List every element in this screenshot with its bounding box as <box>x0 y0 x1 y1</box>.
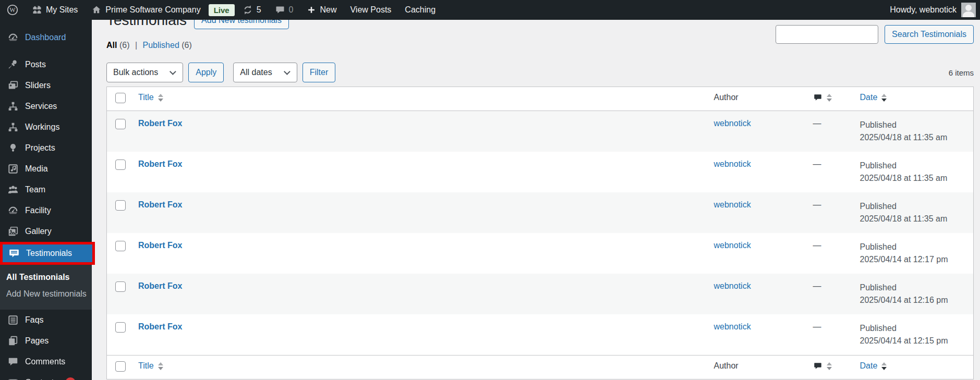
list-icon <box>7 314 19 326</box>
row-status: Published <box>860 322 967 335</box>
account-menu[interactable]: Howdy, webnotick <box>883 0 980 20</box>
sidebar-menu: DashboardPostsSlidersServicesWorkingsPro… <box>0 27 92 380</box>
sidebar-item-label: Testimonials <box>26 249 72 258</box>
row-comments: — <box>813 241 821 250</box>
search-testimonials-button[interactable]: Search Testimonials <box>885 25 974 44</box>
sidebar-item-label: Contact <box>25 378 54 380</box>
sidebar-item-label: Media <box>25 164 48 174</box>
sort-by-title[interactable]: Title <box>138 93 163 102</box>
row-date: 2025/04/18 at 11:35 am <box>860 172 967 185</box>
notification-badge: 1 <box>65 377 76 380</box>
sidebar-item-workings[interactable]: Workings <box>0 117 92 138</box>
sort-by-date[interactable]: Date <box>860 361 887 371</box>
dashboard-gauge-icon <box>7 205 19 216</box>
sort-by-comments[interactable] <box>813 361 832 371</box>
sidebar-item-label: Sliders <box>25 81 51 90</box>
sidebar-item-gallery[interactable]: Gallery <box>0 221 92 242</box>
wordpress-logo[interactable]: W <box>0 0 25 20</box>
multisite-icon <box>32 5 42 15</box>
sidebar-item-projects[interactable]: Projects <box>0 138 92 158</box>
dashboard-gauge-icon <box>7 32 19 43</box>
media-icon <box>7 163 19 175</box>
sidebar-item-label: Services <box>25 102 57 111</box>
sidebar-item-label: Posts <box>25 60 46 69</box>
row-title-link[interactable]: Robert Fox <box>138 281 182 290</box>
sidebar-item-sliders[interactable]: Sliders <box>0 75 92 96</box>
sidebar-subitem-add-new-testimonials[interactable]: Add New testimonials <box>0 286 92 302</box>
sidebar-item-contact[interactable]: Contact1 <box>0 372 92 380</box>
row-comments: — <box>813 200 821 209</box>
sidebar-item-pages[interactable]: Pages <box>0 330 92 351</box>
sidebar-item-media[interactable]: Media <box>0 158 92 179</box>
pushpin-icon <box>7 59 19 70</box>
bulk-actions-select[interactable]: Bulk actions <box>106 63 183 82</box>
row-checkbox[interactable] <box>115 119 126 129</box>
row-date: 2025/04/18 at 11:35 am <box>860 213 967 225</box>
site-menu[interactable]: Prime Software Company <box>84 0 207 20</box>
search-input[interactable] <box>776 25 878 44</box>
row-title-link[interactable]: Robert Fox <box>138 160 182 168</box>
sidebar-subitem-all-testimonials[interactable]: All Testimonials <box>0 269 92 286</box>
select-all-checkbox[interactable] <box>115 361 126 372</box>
row-checkbox[interactable] <box>115 322 126 333</box>
wordpress-logo-icon: W <box>7 4 18 16</box>
svg-text:W: W <box>9 6 16 14</box>
comment-bubble-icon <box>813 93 822 102</box>
testimonial-icon <box>8 248 20 259</box>
sidebar-item-team[interactable]: Team <box>0 179 92 200</box>
row-author-link[interactable]: webnotick <box>714 241 751 250</box>
view-filter-published[interactable]: Published <box>143 41 179 50</box>
row-checkbox[interactable] <box>115 200 126 211</box>
search-box: Search Testimonials <box>776 25 974 44</box>
sidebar-item-facility[interactable]: Facility <box>0 200 92 221</box>
table-row: Robert Fox webnotick — Published2025/04/… <box>107 152 974 192</box>
sidebar-item-posts[interactable]: Posts <box>0 54 92 75</box>
networking-icon <box>7 121 19 133</box>
sort-arrows-icon <box>881 94 887 102</box>
my-sites-menu[interactable]: My Sites <box>25 0 84 20</box>
row-author-link[interactable]: webnotick <box>714 119 751 128</box>
sort-by-date[interactable]: Date <box>860 93 887 102</box>
row-title-link[interactable]: Robert Fox <box>138 241 182 250</box>
row-title-link[interactable]: Robert Fox <box>138 200 182 209</box>
row-date: 2025/04/14 at 12:15 pm <box>860 335 967 347</box>
row-title-link[interactable]: Robert Fox <box>138 322 182 331</box>
pages-icon <box>7 335 19 347</box>
new-content-menu[interactable]: New <box>300 0 343 20</box>
admin-sidebar: DashboardPostsSlidersServicesWorkingsPro… <box>0 20 92 380</box>
row-checkbox[interactable] <box>115 241 126 251</box>
row-checkbox[interactable] <box>115 281 126 292</box>
date-filter-select[interactable]: All dates <box>233 63 297 82</box>
row-checkbox[interactable] <box>115 160 126 170</box>
apply-button[interactable]: Apply <box>188 63 224 82</box>
sidebar-item-dashboard[interactable]: Dashboard <box>0 27 92 48</box>
networking-icon <box>7 101 19 112</box>
comments-menu[interactable]: 0 <box>268 0 300 20</box>
filter-button[interactable]: Filter <box>303 63 336 82</box>
live-badge: Live <box>209 4 235 16</box>
sidebar-item-comments[interactable]: Comments <box>0 351 92 372</box>
sidebar-item-faqs[interactable]: Faqs <box>0 310 92 330</box>
chevron-down-icon <box>170 68 176 75</box>
row-author-link[interactable]: webnotick <box>714 322 751 331</box>
sort-by-title[interactable]: Title <box>138 361 163 371</box>
howdy-label: Howdy, webnotick <box>890 5 957 15</box>
admin-bar: W My Sites Prime Software Company Live 5… <box>0 0 980 20</box>
sidebar-item-label: Team <box>25 185 45 194</box>
caching-menu[interactable]: Caching <box>398 0 442 20</box>
table-row: Robert Fox webnotick — Published2025/04/… <box>107 111 974 152</box>
view-posts-menu[interactable]: View Posts <box>343 0 398 20</box>
row-status: Published <box>860 119 967 131</box>
sort-by-comments[interactable] <box>813 93 832 102</box>
row-author-link[interactable]: webnotick <box>714 160 751 168</box>
updates-menu[interactable]: 5 <box>236 0 268 20</box>
row-author-link[interactable]: webnotick <box>714 281 751 290</box>
row-title-link[interactable]: Robert Fox <box>138 119 182 128</box>
row-author-link[interactable]: webnotick <box>714 200 751 209</box>
sidebar-item-services[interactable]: Services <box>0 96 92 117</box>
row-status: Published <box>860 241 967 253</box>
view-filter-all[interactable]: All <box>106 41 117 50</box>
select-all-checkbox[interactable] <box>115 93 126 103</box>
email-icon <box>7 377 19 380</box>
sidebar-item-testimonials[interactable]: Testimonials <box>0 242 95 265</box>
